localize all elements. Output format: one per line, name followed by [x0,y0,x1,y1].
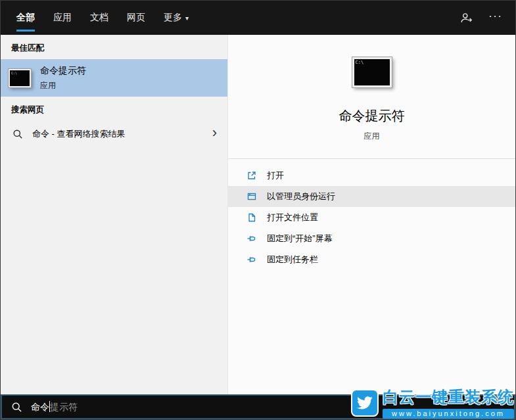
search-icon [11,402,22,413]
results-panel: 最佳匹配 C:\ 命令提示符 应用 搜索网页 命令 - 查看网络搜索结果 › [1,35,227,394]
tab-all[interactable]: 全部 [16,1,35,35]
topbar-actions: ··· [460,12,502,24]
tab-web-label: 网页 [127,12,145,24]
windows-search-flyout: 全部 应用 文档 网页 更多 ▾ [0,0,516,420]
action-pin-to-start-label: 固定到“开始”屏幕 [267,233,333,245]
chevron-down-icon: ▾ [185,14,189,22]
watermark-title: 白云一键重装系统 [383,386,514,408]
open-icon [246,170,257,181]
action-open[interactable]: 打开 [228,165,515,186]
tab-web[interactable]: 网页 [127,1,145,35]
more-options-icon[interactable]: ··· [488,12,502,23]
tab-more[interactable]: 更多 ▾ [164,1,189,35]
action-pin-to-start[interactable]: 固定到“开始”屏幕 [228,228,515,249]
context-actions: 打开 以管理员身份运行 打开文件位置 [228,159,515,270]
search-icon [12,129,23,139]
tab-all-label: 全部 [16,12,35,24]
web-search-header: 搜索网页 [1,97,227,121]
cmd-prompt-icon: C:\ [9,69,31,87]
search-suggestion: 提示符 [50,402,78,412]
search-results-body: 最佳匹配 C:\ 命令提示符 应用 搜索网页 命令 - 查看网络搜索结果 › [1,35,515,394]
best-match-result-cmd[interactable]: C:\ 命令提示符 应用 [1,59,227,97]
action-pin-to-taskbar-label: 固定到任务栏 [267,254,318,266]
best-match-title: 命令提示符 [40,65,86,77]
feedback-icon[interactable] [460,12,473,24]
file-location-icon [246,212,257,223]
tab-apps[interactable]: 应用 [53,1,72,35]
watermark: 白云一键重装系统 www.baiyunxitong.com [351,386,514,419]
action-run-as-admin-label: 以管理员身份运行 [267,191,335,202]
tab-documents-label: 文档 [90,12,108,24]
action-pin-to-taskbar[interactable]: 固定到任务栏 [228,249,515,270]
best-match-header: 最佳匹配 [1,35,227,59]
web-search-result[interactable]: 命令 - 查看网络搜索结果 › [1,121,227,147]
search-typed-text: 命令提示符 [31,401,78,413]
action-open-file-location-label: 打开文件位置 [267,212,318,223]
best-match-subtitle: 应用 [40,80,86,91]
tab-apps-label: 应用 [53,12,72,24]
watermark-url: www.baiyunxitong.com [383,409,514,419]
search-filter-bar: 全部 应用 文档 网页 更多 ▾ [1,1,515,35]
search-query: 命令 [31,402,49,412]
preview-panel: C:\ 命令提示符 应用 打开 [227,35,515,394]
preview-subtitle: 应用 [228,131,515,142]
preview-title: 命令提示符 [228,107,515,125]
tab-more-label: 更多 [164,12,182,24]
filter-tabs: 全部 应用 文档 网页 更多 ▾ [16,1,189,35]
cmd-prompt-icon-large: C:\ [352,57,392,87]
run-as-admin-icon [246,191,257,202]
cmd-icon-text: C:\ [11,71,17,75]
pin-icon [246,254,257,265]
app-preview: C:\ 命令提示符 应用 [228,35,515,142]
pin-icon [246,233,257,244]
cmd-icon-text: C:\ [356,60,364,65]
chevron-right-icon: › [212,126,217,143]
best-match-text: 命令提示符 应用 [40,65,86,91]
action-run-as-admin[interactable]: 以管理员身份运行 [228,186,515,207]
web-search-label: 命令 - 查看网络搜索结果 [32,128,126,140]
action-open-label: 打开 [267,170,284,181]
tab-documents[interactable]: 文档 [90,1,108,35]
action-open-file-location[interactable]: 打开文件位置 [228,207,515,228]
watermark-text: 白云一键重装系统 www.baiyunxitong.com [383,386,514,419]
watermark-bird-icon [351,389,379,417]
